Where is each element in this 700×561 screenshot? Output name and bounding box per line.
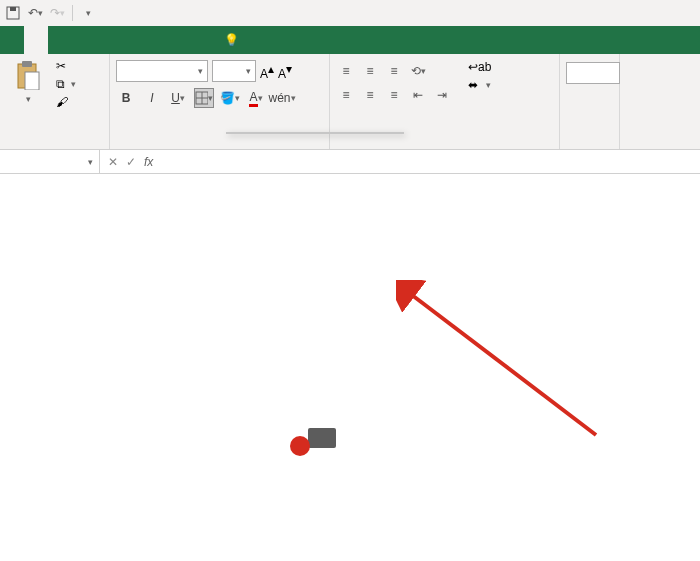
group-label-alignment xyxy=(336,145,553,147)
lightbulb-icon: 💡 xyxy=(224,33,239,47)
bold-button[interactable]: B xyxy=(116,88,136,108)
scissors-icon: ✂ xyxy=(56,59,66,73)
tell-me[interactable]: 💡 xyxy=(216,26,253,54)
align-right-button[interactable]: ≡ xyxy=(384,86,404,104)
align-middle-button[interactable]: ≡ xyxy=(360,62,380,80)
tab-review[interactable] xyxy=(144,26,168,54)
font-color-button[interactable]: A▾ xyxy=(246,88,266,108)
redo-icon[interactable]: ↷▾ xyxy=(48,4,66,22)
wrap-icon: ↩ab xyxy=(468,60,491,74)
orientation-button[interactable]: ⟲▾ xyxy=(408,62,428,80)
number-format-select[interactable] xyxy=(566,62,620,84)
svg-rect-3 xyxy=(22,61,32,67)
tab-view[interactable] xyxy=(168,26,192,54)
undo-icon[interactable]: ↶▾ xyxy=(26,4,44,22)
wrap-text-button[interactable]: ↩ab xyxy=(468,60,495,74)
phonetic-button[interactable]: wén▾ xyxy=(272,88,292,108)
copy-icon: ⧉ xyxy=(56,77,65,91)
indent-decrease-button[interactable]: ⇤ xyxy=(408,86,428,104)
copy-button[interactable]: ⧉▾ xyxy=(54,76,78,92)
group-font: ▾ ▾ A▴ A▾ B I U▾ ▾ 🪣▾ A▾ wén▾ xyxy=(110,54,330,149)
align-center-button[interactable]: ≡ xyxy=(360,86,380,104)
font-name-select[interactable]: ▾ xyxy=(116,60,208,82)
brush-icon: 🖌 xyxy=(56,95,68,109)
borders-dropdown-menu xyxy=(226,132,404,134)
cancel-icon[interactable]: ✕ xyxy=(108,155,118,169)
merge-center-button[interactable]: ⬌▾ xyxy=(468,78,495,92)
italic-button[interactable]: I xyxy=(142,88,162,108)
tab-layout[interactable] xyxy=(72,26,96,54)
paste-button[interactable]: ▾ xyxy=(6,58,50,110)
format-painter-button[interactable]: 🖌 xyxy=(54,94,78,110)
svg-line-8 xyxy=(408,292,596,435)
underline-button[interactable]: U▾ xyxy=(168,88,188,108)
name-box[interactable]: ▾ xyxy=(0,150,100,173)
fill-color-button[interactable]: 🪣▾ xyxy=(220,88,240,108)
indent-increase-button[interactable]: ⇥ xyxy=(432,86,452,104)
enter-icon[interactable]: ✓ xyxy=(126,155,136,169)
customize-qat-icon[interactable]: ▾ xyxy=(79,4,97,22)
formula-bar-buttons: ✕ ✓ fx xyxy=(100,155,161,169)
group-alignment: ≡ ≡ ≡ ⟲▾ ≡ ≡ ≡ ⇤ ⇥ ↩ab ⬌▾ xyxy=(330,54,560,149)
tab-data[interactable] xyxy=(120,26,144,54)
ribbon: ▾ ✂ ⧉▾ 🖌 ▾ ▾ A▴ A▾ B I U▾ ▾ 🪣▾ xyxy=(0,54,700,150)
formula-bar-row: ▾ ✕ ✓ fx xyxy=(0,150,700,174)
tab-file[interactable] xyxy=(0,26,24,54)
quick-access-toolbar: ↶▾ ↷▾ ▾ xyxy=(0,0,700,26)
tab-formula[interactable] xyxy=(96,26,120,54)
align-bottom-button[interactable]: ≡ xyxy=(384,62,404,80)
group-clipboard: ▾ ✂ ⧉▾ 🖌 xyxy=(0,54,110,149)
tab-insert[interactable] xyxy=(48,26,72,54)
borders-button[interactable]: ▾ xyxy=(194,88,214,108)
tab-home[interactable] xyxy=(24,26,48,54)
group-label-font xyxy=(116,145,323,147)
font-size-select[interactable]: ▾ xyxy=(212,60,256,82)
shrink-font-button[interactable]: A▾ xyxy=(278,62,292,81)
merge-icon: ⬌ xyxy=(468,78,478,92)
separator xyxy=(72,5,73,21)
formula-bar[interactable] xyxy=(161,150,700,173)
clipboard-icon xyxy=(15,60,41,90)
svg-rect-4 xyxy=(25,72,39,90)
group-label-clipboard xyxy=(6,145,103,147)
annotation-tooltip xyxy=(308,428,336,448)
align-left-button[interactable]: ≡ xyxy=(336,86,356,104)
cut-button[interactable]: ✂ xyxy=(54,58,78,74)
grow-font-button[interactable]: A▴ xyxy=(260,62,274,81)
annotation-arrow xyxy=(396,280,616,450)
fx-icon[interactable]: fx xyxy=(144,155,153,169)
align-top-button[interactable]: ≡ xyxy=(336,62,356,80)
save-icon[interactable] xyxy=(4,4,22,22)
tab-help[interactable] xyxy=(192,26,216,54)
annotation-badge xyxy=(290,436,310,456)
ribbon-tabs: 💡 xyxy=(0,26,700,54)
group-label-number xyxy=(566,145,613,147)
chevron-down-icon: ▾ xyxy=(26,94,31,104)
svg-rect-1 xyxy=(10,7,16,11)
group-number xyxy=(560,54,620,149)
